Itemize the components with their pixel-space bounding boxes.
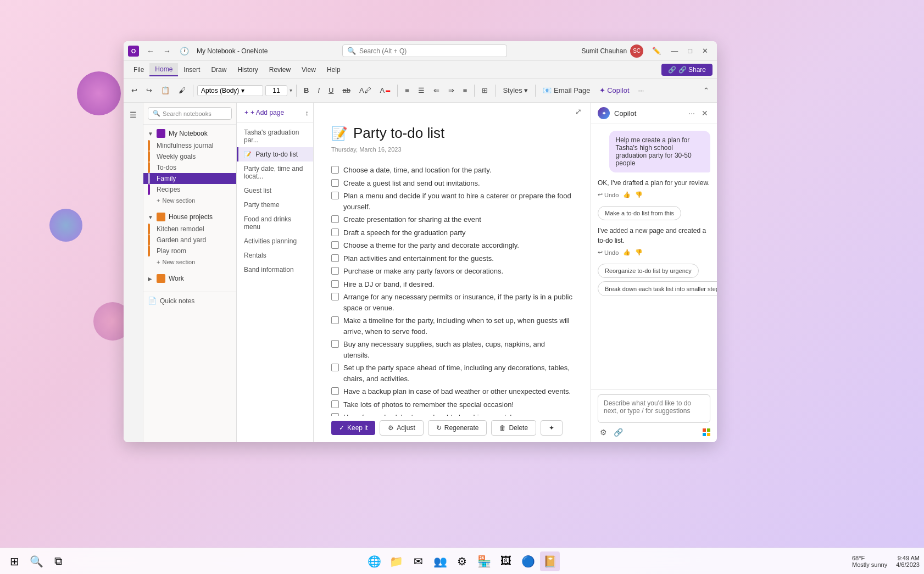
- note-content[interactable]: Choose a date, time, and location for th…: [314, 159, 591, 416]
- nav-menu-button[interactable]: ☰: [126, 107, 141, 122]
- todo-checkbox[interactable]: [331, 400, 339, 408]
- global-search[interactable]: 🔍: [342, 44, 507, 57]
- notebook-header-house[interactable]: ▼ House projects: [143, 210, 236, 224]
- indent-button[interactable]: ⇒: [445, 84, 458, 97]
- page-entry-band[interactable]: Band information: [237, 263, 313, 277]
- back-button[interactable]: ←: [143, 44, 158, 58]
- menu-view[interactable]: View: [296, 64, 321, 76]
- highlight-button[interactable]: A🖊: [356, 84, 375, 97]
- start-button[interactable]: ⊞: [4, 551, 24, 571]
- todo-checkbox[interactable]: [331, 229, 339, 236]
- page-entry-guest[interactable]: Guest list: [237, 183, 313, 198]
- styles-button[interactable]: Styles ▾: [499, 84, 531, 97]
- todo-checkbox[interactable]: [331, 215, 339, 223]
- expand-button[interactable]: ⤢: [575, 107, 582, 116]
- section-mindfulness[interactable]: Mindfulness journal: [143, 140, 236, 151]
- page-entry-food[interactable]: Food and drinks menu: [237, 212, 313, 234]
- pen-button[interactable]: ✏️: [648, 44, 665, 57]
- taskbar-teams-icon[interactable]: 👥: [430, 551, 450, 571]
- share-button[interactable]: 🔗 🔗 Share: [661, 64, 713, 76]
- section-recipes[interactable]: Recipes: [143, 184, 236, 195]
- section-weekly-goals[interactable]: Weekly goals: [143, 151, 236, 162]
- section-playroom[interactable]: Play room: [143, 246, 236, 257]
- todo-checkbox[interactable]: [331, 293, 339, 300]
- search-taskbar-button[interactable]: 🔍: [26, 551, 46, 571]
- thumbs-down-button-2[interactable]: 👎: [635, 249, 643, 256]
- sparkle-button[interactable]: ✦: [541, 420, 563, 436]
- menu-review[interactable]: Review: [264, 64, 296, 76]
- todo-checkbox[interactable]: [331, 192, 339, 199]
- clipboard-button[interactable]: 📋: [158, 84, 173, 97]
- section-todos[interactable]: To-dos: [143, 162, 236, 173]
- page-entry-date[interactable]: Party date, time and locat...: [237, 161, 313, 183]
- menu-help[interactable]: Help: [321, 64, 346, 76]
- undo-button-2[interactable]: ↩ Undo: [598, 249, 619, 256]
- todo-checkbox[interactable]: [331, 166, 339, 174]
- font-selector[interactable]: Aptos (Body) ▾: [197, 85, 263, 96]
- taskbar-chrome-icon[interactable]: 🔵: [518, 551, 538, 571]
- regenerate-button[interactable]: ↻ Regenerate: [428, 420, 487, 436]
- menu-insert[interactable]: Insert: [178, 64, 205, 76]
- taskbar-mail-icon[interactable]: ✉: [408, 551, 428, 571]
- plugin-button[interactable]: ⚙: [598, 427, 609, 438]
- thumbs-up-button-1[interactable]: 👍: [623, 191, 631, 198]
- search-input[interactable]: [359, 47, 502, 55]
- section-family[interactable]: Family: [143, 173, 236, 184]
- menu-home[interactable]: Home: [149, 63, 178, 76]
- bullets-button[interactable]: ≡: [402, 84, 413, 97]
- taskbar-settings-icon[interactable]: ⚙: [452, 551, 472, 571]
- strikethrough-button[interactable]: ab: [339, 84, 353, 97]
- redo-button[interactable]: ↪: [143, 84, 155, 97]
- add-page-button[interactable]: + + Add page: [241, 107, 287, 118]
- breakdown-button[interactable]: Break down each task list into smaller s…: [598, 281, 717, 296]
- align-button[interactable]: ≡: [460, 84, 471, 97]
- sort-pages-button[interactable]: ↕: [305, 109, 309, 117]
- delete-button[interactable]: 🗑 Delete: [491, 420, 536, 436]
- collapse-icon[interactable]: ⌃: [700, 84, 713, 97]
- undo-button-1[interactable]: ↩ Undo: [598, 191, 619, 198]
- reorganize-button[interactable]: Reorganize to-do list by urgency: [598, 264, 699, 278]
- todo-checkbox[interactable]: [331, 387, 339, 395]
- font-size[interactable]: 11: [265, 85, 287, 96]
- font-color-button[interactable]: A▬: [377, 84, 394, 97]
- add-section-button-2[interactable]: + New section: [143, 257, 236, 268]
- note-title-text[interactable]: Party to-do list: [353, 125, 444, 142]
- taskbar-onenote-icon[interactable]: 📔: [540, 551, 560, 571]
- minimize-button[interactable]: —: [666, 44, 682, 57]
- todo-checkbox[interactable]: [331, 254, 339, 262]
- todo-checkbox[interactable]: [331, 340, 339, 348]
- section-kitchen[interactable]: Kitchen remodel: [143, 224, 236, 235]
- taskbar-store-icon[interactable]: 🏪: [474, 551, 494, 571]
- todo-checkbox[interactable]: [331, 267, 339, 275]
- make-todo-button[interactable]: Make a to-do list from this: [598, 206, 681, 220]
- notebooks-search-box[interactable]: 🔍 Search notebooks: [148, 107, 232, 120]
- todo-checkbox[interactable]: [331, 280, 339, 288]
- adjust-button[interactable]: ⚙ Adjust: [380, 420, 423, 436]
- keep-button[interactable]: ✓ Keep it: [331, 421, 375, 435]
- close-button[interactable]: ✕: [698, 44, 713, 57]
- taskbar-photos-icon[interactable]: 🖼: [496, 551, 516, 571]
- todo-checkbox[interactable]: [331, 364, 339, 371]
- email-page-button[interactable]: 📧 Email Page: [539, 84, 593, 97]
- todo-checkbox[interactable]: [331, 316, 339, 324]
- thumbs-up-button-2[interactable]: 👍: [623, 249, 631, 256]
- copilot-toolbar-button[interactable]: ✦ Copilot: [596, 84, 633, 97]
- forward-button[interactable]: →: [160, 44, 174, 58]
- menu-file[interactable]: File: [128, 64, 149, 76]
- outdent-button[interactable]: ⇐: [430, 84, 443, 97]
- tags-button[interactable]: ⊞: [478, 84, 491, 97]
- add-section-button-1[interactable]: + New section: [143, 195, 236, 206]
- page-entry-theme[interactable]: Party theme: [237, 198, 313, 212]
- taskbar-edge-icon[interactable]: 🌐: [364, 551, 384, 571]
- copilot-more-button[interactable]: ···: [686, 108, 697, 119]
- copilot-close-button[interactable]: ✕: [699, 108, 710, 119]
- undo-button[interactable]: ↩: [128, 84, 141, 97]
- todo-checkbox[interactable]: [331, 241, 339, 249]
- collapse-button[interactable]: ⌃: [700, 84, 713, 97]
- page-entry-todo[interactable]: 📝 Party to-do list: [237, 147, 313, 161]
- todo-checkbox[interactable]: [331, 179, 339, 187]
- quick-notes[interactable]: 📄 Quick notes: [143, 292, 236, 309]
- copilot-input[interactable]: [598, 394, 710, 423]
- page-entry-rentals[interactable]: Rentals: [237, 248, 313, 263]
- page-entry-activities[interactable]: Activities planning: [237, 234, 313, 248]
